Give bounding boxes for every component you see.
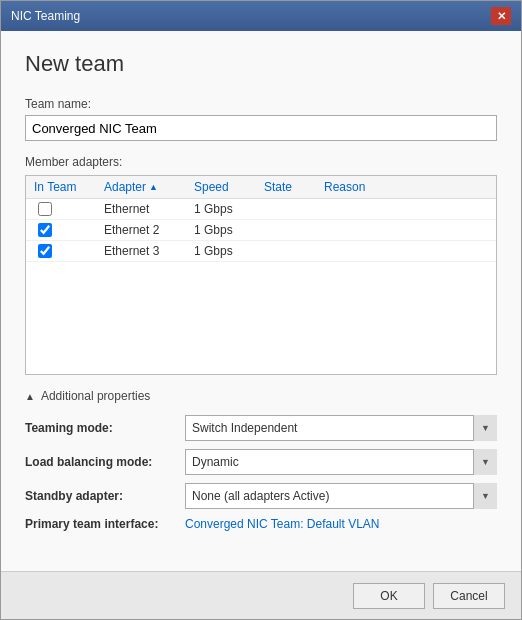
adapter-name-2: Ethernet 2 xyxy=(104,223,194,237)
cancel-button[interactable]: Cancel xyxy=(433,583,505,609)
dialog-title: NIC Teaming xyxy=(11,9,80,23)
checkbox-cell-2[interactable] xyxy=(34,223,104,237)
table-row: Ethernet 1 Gbps xyxy=(26,199,496,220)
load-balancing-select-container: Dynamic Hyper-V Port Address Hash Transp… xyxy=(185,449,497,475)
collapse-icon[interactable]: ▲ xyxy=(25,391,35,402)
adapter-speed-3: 1 Gbps xyxy=(194,244,264,258)
adapter-checkbox-1[interactable] xyxy=(38,202,52,216)
additional-props-header: ▲ Additional properties xyxy=(25,389,497,403)
adapter-speed-2: 1 Gbps xyxy=(194,223,264,237)
checkbox-cell-3[interactable] xyxy=(34,244,104,258)
primary-team-interface-row: Primary team interface: Converged NIC Te… xyxy=(25,517,497,531)
primary-team-interface-link[interactable]: Converged NIC Team: Default VLAN xyxy=(185,517,380,531)
standby-adapter-row: Standby adapter: None (all adapters Acti… xyxy=(25,483,497,509)
teaming-mode-select[interactable]: Switch Independent Static Teaming LACP xyxy=(185,415,497,441)
team-name-label: Team name: xyxy=(25,97,497,111)
standby-adapter-select[interactable]: None (all adapters Active) Ethernet Ethe… xyxy=(185,483,497,509)
additional-properties-section: ▲ Additional properties Teaming mode: Sw… xyxy=(25,389,497,531)
sort-arrow-icon: ▲ xyxy=(149,182,158,192)
load-balancing-label: Load balancing mode: xyxy=(25,455,185,469)
teaming-mode-row: Teaming mode: Switch Independent Static … xyxy=(25,415,497,441)
dialog-footer: OK Cancel xyxy=(1,571,521,619)
adapter-table: In Team Adapter ▲ Speed State Reason Eth… xyxy=(25,175,497,375)
table-row: Ethernet 2 1 Gbps xyxy=(26,220,496,241)
team-name-input[interactable] xyxy=(25,115,497,141)
load-balancing-row: Load balancing mode: Dynamic Hyper-V Por… xyxy=(25,449,497,475)
additional-props-label: Additional properties xyxy=(41,389,150,403)
adapter-speed-1: 1 Gbps xyxy=(194,202,264,216)
dialog-content: New team Team name: Member adapters: In … xyxy=(1,31,521,571)
col-state: State xyxy=(264,180,324,194)
teaming-mode-select-container: Switch Independent Static Teaming LACP ▼ xyxy=(185,415,497,441)
ok-button[interactable]: OK xyxy=(353,583,425,609)
standby-adapter-label: Standby adapter: xyxy=(25,489,185,503)
adapter-name-1: Ethernet xyxy=(104,202,194,216)
col-speed: Speed xyxy=(194,180,264,194)
nic-teaming-dialog: NIC Teaming ✕ New team Team name: Member… xyxy=(0,0,522,620)
primary-team-interface-label: Primary team interface: xyxy=(25,517,185,531)
page-title: New team xyxy=(25,51,497,77)
col-in-team: In Team xyxy=(34,180,104,194)
load-balancing-select[interactable]: Dynamic Hyper-V Port Address Hash Transp… xyxy=(185,449,497,475)
table-row: Ethernet 3 1 Gbps xyxy=(26,241,496,262)
member-adapters-label: Member adapters: xyxy=(25,155,497,169)
title-bar: NIC Teaming ✕ xyxy=(1,1,521,31)
close-button[interactable]: ✕ xyxy=(491,7,511,25)
col-adapter: Adapter ▲ xyxy=(104,180,194,194)
checkbox-cell-1[interactable] xyxy=(34,202,104,216)
standby-adapter-select-container: None (all adapters Active) Ethernet Ethe… xyxy=(185,483,497,509)
col-reason: Reason xyxy=(324,180,404,194)
adapter-checkbox-2[interactable] xyxy=(38,223,52,237)
table-header: In Team Adapter ▲ Speed State Reason xyxy=(26,176,496,199)
adapter-checkbox-3[interactable] xyxy=(38,244,52,258)
teaming-mode-label: Teaming mode: xyxy=(25,421,185,435)
adapter-name-3: Ethernet 3 xyxy=(104,244,194,258)
